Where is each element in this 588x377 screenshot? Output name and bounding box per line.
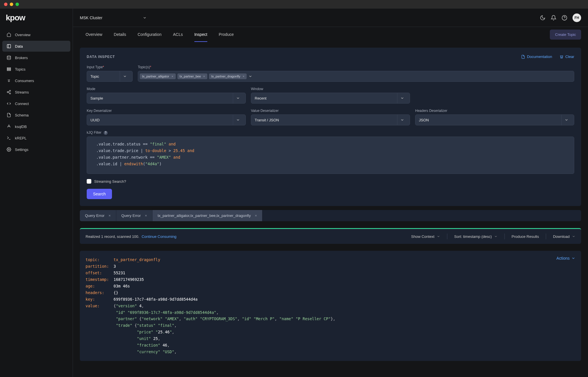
sidebar-item-label: Overview [15,33,30,37]
data-icon [6,44,11,49]
cluster-selector-label: MSK Cluster [80,15,102,20]
tab-inspect[interactable]: Inspect [189,27,213,42]
sidebar-item-connect[interactable]: Connect [2,98,70,109]
sort-button[interactable]: Sort: timestamp (desc) [454,234,498,239]
sidebar-item-topics[interactable]: Topics [2,64,70,75]
close-icon[interactable]: × [203,75,205,78]
record-card: Actions topic: tx_partner_dragonfly part… [80,251,581,361]
svg-point-8 [9,93,11,94]
window-select[interactable]: Recent [251,93,410,104]
chevron-down-icon [143,16,147,20]
chevron-down-icon [233,93,243,103]
tab-acls[interactable]: ACLs [167,27,188,42]
sidebar-item-label: ksqlDB [15,125,27,129]
sidebar-item-data[interactable]: Data [2,41,70,52]
chevron-down-icon [494,235,498,238]
key-deser-label: Key Deserializer [87,109,246,113]
consumers-icon [6,78,11,83]
sidebar: kpow OverviewDataBrokersTopicsConsumersS… [0,9,73,377]
avatar[interactable]: FH [572,13,581,22]
svg-line-9 [8,91,10,92]
chevron-down-icon [120,71,129,81]
input-type-label: Input Type* [87,65,133,69]
svg-rect-0 [7,44,11,48]
close-icon[interactable]: × [171,75,173,78]
query-tab[interactable]: Query Error× [116,210,153,221]
chevron-down-icon [397,93,407,103]
theme-toggle-icon[interactable] [540,15,546,21]
tab-overview[interactable]: Overview [80,27,108,42]
info-icon[interactable]: ? [104,131,108,135]
svg-rect-4 [7,69,11,70]
help-icon[interactable] [562,15,567,21]
krepl-icon [6,135,11,141]
query-tab[interactable]: tx_partner_alligator,tx_partner_bee,tx_p… [152,210,262,221]
close-icon[interactable]: × [109,213,111,218]
tab-produce[interactable]: Produce [213,27,239,42]
value-deser-label: Value Deserializer [251,109,410,113]
sidebar-item-label: kREPL [15,136,26,140]
home-icon [6,32,11,37]
close-icon[interactable]: × [255,213,257,218]
chevron-down-icon [248,74,252,78]
produce-results-button[interactable]: Produce Results [512,234,539,239]
download-button[interactable]: Download [553,234,575,239]
connect-icon [6,101,11,106]
trash-icon [560,55,564,59]
documentation-link[interactable]: Documentation [521,55,552,59]
kjq-filter-textarea[interactable]: .value.trade.status == "final" and .valu… [87,137,574,174]
streaming-checkbox[interactable] [87,179,91,184]
svg-point-2 [7,56,11,57]
sidebar-item-ksqldb[interactable]: ksqlDB [2,121,70,132]
topics-multiselect[interactable]: tx_partner_alligator×tx_partner_bee×tx_p… [138,71,574,82]
mode-label: Mode [87,87,246,91]
headers-deser-label: Headers Deserializer [415,109,574,113]
sidebar-item-streams[interactable]: Streams [2,87,70,98]
query-tab[interactable]: Query Error× [80,210,116,221]
close-window-button[interactable] [4,3,7,6]
sidebar-item-settings[interactable]: Settings [2,144,70,155]
brokers-icon [6,55,11,60]
sidebar-item-label: Brokers [15,56,28,60]
tab-details[interactable]: Details [108,27,132,42]
document-icon [521,55,525,59]
search-button[interactable]: Search [87,189,112,199]
svg-point-7 [7,92,8,93]
chevron-down-icon [397,115,407,125]
record-actions-button[interactable]: Actions [556,256,575,261]
window-titlebar [0,0,588,9]
continue-consuming-link[interactable]: Continue Consuming [142,234,176,239]
key-deser-select[interactable]: UUID [87,114,246,125]
streams-icon [6,90,11,95]
sidebar-item-label: Connect [15,102,29,106]
topic-tag: tx_partner_alligator× [140,73,176,79]
sidebar-item-schema[interactable]: Schema [2,110,70,121]
show-context-button[interactable]: Show Context [411,234,440,239]
tab-configuration[interactable]: Configuration [132,27,167,42]
clear-link[interactable]: Clear [560,55,574,59]
topics-label: Topic(s)* [138,65,574,69]
minimize-window-button[interactable] [10,3,13,6]
sidebar-item-krepl[interactable]: kREPL [2,133,70,143]
value-deser-select[interactable]: Transit / JSON [251,114,410,125]
mode-select[interactable]: Sample [87,93,246,104]
headers-deser-select[interactable]: JSON [415,114,574,125]
close-icon[interactable]: × [243,75,244,78]
result-bar: Realized 1 record, scanned 100. Continue… [80,228,581,244]
sidebar-item-overview[interactable]: Overview [2,29,70,40]
sidebar-item-label: Topics [15,67,26,71]
close-icon[interactable]: × [145,213,147,218]
sidebar-item-consumers[interactable]: Consumers [2,75,70,86]
sidebar-item-label: Streams [15,90,29,94]
sidebar-item-brokers[interactable]: Brokers [2,52,70,63]
notifications-icon[interactable] [551,15,556,21]
sidebar-item-label: Schema [15,113,29,117]
create-topic-button[interactable]: Create Topic [550,30,581,40]
logo: kpow [6,13,25,22]
topic-tag: tx_partner_dragonfly× [209,73,247,79]
chevron-down-icon [233,115,243,125]
maximize-window-button[interactable] [16,3,19,6]
cluster-selector[interactable]: MSK Cluster [80,15,147,20]
input-type-select[interactable]: Topic [87,71,133,82]
svg-rect-3 [7,68,11,69]
